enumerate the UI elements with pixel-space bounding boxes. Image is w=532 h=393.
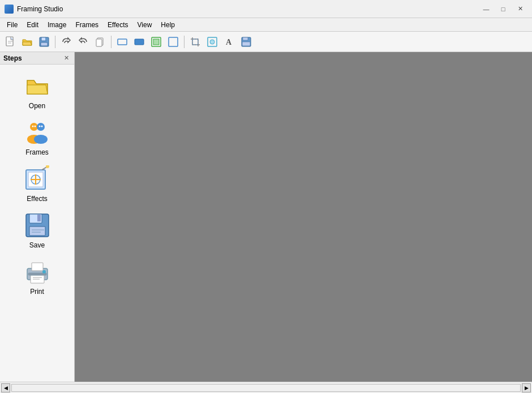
- toolbar-open-button[interactable]: [19, 34, 35, 50]
- menu-view[interactable]: View: [133, 19, 157, 31]
- toolbar-t4-button[interactable]: [165, 34, 181, 50]
- text-icon: A: [224, 36, 235, 48]
- step-print-label: Print: [30, 288, 44, 296]
- svg-rect-4: [41, 37, 46, 41]
- frames-step-icon: [24, 119, 51, 146]
- title-bar: Framing Studio — □ ✕: [0, 0, 532, 18]
- toolbar-new-button[interactable]: [2, 34, 18, 50]
- save-step-icon: [24, 212, 51, 239]
- steps-list: Open: [0, 65, 74, 304]
- toolbar-t7-button[interactable]: [238, 34, 254, 50]
- toolbar-redo-button[interactable]: [75, 34, 91, 50]
- scroll-left-button[interactable]: ◀: [1, 383, 10, 392]
- menu-effects[interactable]: Effects: [103, 19, 132, 31]
- svg-point-48: [42, 270, 46, 274]
- menu-bar: File Edit Image Frames Effects View Help: [0, 18, 532, 32]
- status-bar: ◀ ▶: [0, 382, 532, 393]
- t7-icon: [241, 36, 252, 48]
- copy-icon: [95, 36, 106, 48]
- svg-rect-5: [41, 42, 48, 46]
- toolbar-t2-button[interactable]: [131, 34, 147, 50]
- step-effects-label: Effects: [27, 195, 47, 203]
- window-controls: — □ ✕: [479, 3, 527, 15]
- toolbar-t1-button[interactable]: [114, 34, 130, 50]
- svg-rect-6: [45, 38, 46, 40]
- toolbar-sep-1: [55, 36, 55, 48]
- toolbar: A: [0, 32, 532, 52]
- steps-panel: Steps ✕ Open: [0, 52, 75, 382]
- open-icon: [22, 36, 33, 48]
- svg-point-21: [30, 123, 38, 131]
- svg-rect-38: [29, 227, 45, 236]
- step-open[interactable]: Open: [6, 70, 68, 112]
- toolbar-crop-button[interactable]: [187, 34, 203, 50]
- close-button[interactable]: ✕: [513, 3, 527, 15]
- svg-point-26: [34, 126, 36, 127]
- svg-rect-20: [242, 42, 250, 46]
- svg-rect-41: [37, 215, 41, 221]
- menu-image[interactable]: Image: [43, 19, 71, 31]
- steps-panel-close-button[interactable]: ✕: [62, 54, 71, 63]
- menu-frames[interactable]: Frames: [71, 19, 103, 31]
- steps-panel-title: Steps: [3, 54, 22, 62]
- toolbar-sep-3: [184, 36, 185, 48]
- toolbar-sep-2: [111, 36, 111, 48]
- app-icon: [5, 5, 14, 14]
- t2-icon: [134, 36, 145, 48]
- svg-rect-13: [169, 37, 178, 46]
- svg-rect-12: [153, 39, 159, 45]
- toolbar-t3-button[interactable]: [148, 34, 164, 50]
- steps-panel-header: Steps ✕: [0, 52, 74, 65]
- svg-rect-14: [192, 39, 198, 45]
- new-icon: [5, 36, 16, 48]
- effects-step-icon: [24, 165, 51, 193]
- app-title: Framing Studio: [17, 5, 479, 13]
- t4-icon: [168, 36, 179, 48]
- scroll-right-button[interactable]: ▶: [522, 383, 531, 392]
- svg-rect-44: [32, 263, 43, 271]
- step-print[interactable]: Print: [6, 256, 68, 298]
- svg-point-24: [34, 135, 48, 144]
- horizontal-scrollbar[interactable]: [11, 384, 521, 392]
- step-open-label: Open: [29, 102, 45, 110]
- step-effects[interactable]: Effects: [6, 163, 68, 205]
- svg-point-28: [41, 126, 42, 127]
- main-layout: Steps ✕ Open: [0, 52, 532, 382]
- crop-icon: [190, 36, 201, 48]
- t5-icon: [207, 36, 218, 48]
- save-icon: [38, 36, 50, 48]
- minimize-button[interactable]: —: [479, 3, 494, 15]
- svg-point-16: [210, 40, 214, 44]
- maximize-button[interactable]: □: [496, 3, 510, 15]
- svg-rect-10: [135, 39, 144, 45]
- svg-point-22: [37, 123, 45, 131]
- svg-point-27: [38, 126, 40, 127]
- print-step-icon: [24, 258, 51, 285]
- redo-icon: [78, 36, 89, 48]
- menu-help[interactable]: Help: [156, 19, 179, 31]
- step-frames-label: Frames: [25, 148, 49, 156]
- step-frames[interactable]: Frames: [6, 117, 68, 159]
- menu-file[interactable]: File: [2, 19, 22, 31]
- svg-point-25: [32, 126, 33, 127]
- toolbar-text-button[interactable]: A: [221, 34, 237, 50]
- open-step-icon: [24, 72, 51, 100]
- step-save-label: Save: [29, 241, 45, 249]
- toolbar-save-button[interactable]: [36, 34, 52, 50]
- undo-icon: [61, 36, 72, 48]
- toolbar-copy-button[interactable]: [92, 34, 108, 50]
- toolbar-undo-button[interactable]: [58, 34, 74, 50]
- toolbar-t5-button[interactable]: [204, 34, 220, 50]
- t3-icon: [151, 36, 162, 48]
- svg-rect-19: [243, 37, 248, 40]
- svg-text:A: A: [226, 38, 232, 46]
- svg-rect-8: [96, 39, 102, 46]
- step-save[interactable]: Save: [6, 210, 68, 251]
- svg-rect-9: [118, 39, 127, 45]
- t1-icon: [117, 36, 128, 48]
- menu-edit[interactable]: Edit: [22, 19, 43, 31]
- canvas-area[interactable]: [75, 52, 532, 382]
